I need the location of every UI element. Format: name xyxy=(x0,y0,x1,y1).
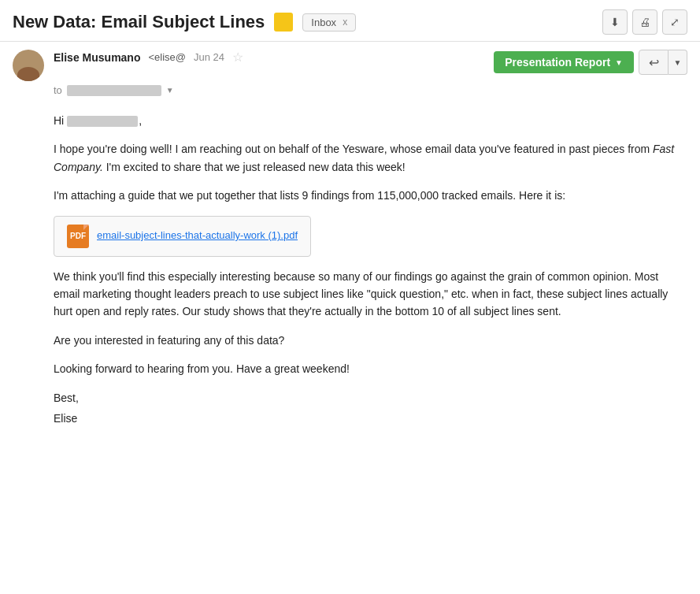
attachment-box[interactable]: PDF email-subject-lines-that-actually-wo… xyxy=(54,216,311,257)
paragraph-5: Looking forward to hearing from you. Hav… xyxy=(54,360,687,377)
paragraph-2-text: I'm attaching a guide that we put togeth… xyxy=(54,189,565,202)
header-actions: ⬇ 🖨 ⤢ xyxy=(602,9,687,35)
pdf-icon: PDF xyxy=(67,225,89,248)
sender-section: Elise Musumano <elise@ Jun 24 ☆ Presenta… xyxy=(0,42,700,96)
folder-icon xyxy=(274,13,293,32)
paragraph-1: I hope you're doing well! I am reaching … xyxy=(54,140,687,176)
sender-name: Elise Musumano xyxy=(54,51,140,64)
paragraph-5-text: Looking forward to hearing from you. Hav… xyxy=(54,362,350,375)
recipient-redacted xyxy=(67,116,138,127)
paragraph-3: We think you'll find this especially int… xyxy=(54,268,687,321)
expand-icon: ⤢ xyxy=(670,16,680,28)
sender-email: <elise@ xyxy=(148,51,186,63)
sender-name-line: Elise Musumano <elise@ Jun 24 ☆ xyxy=(54,50,484,65)
avatar-body xyxy=(17,67,39,81)
to-label: to xyxy=(54,84,62,96)
to-row: to ▼ xyxy=(54,84,687,96)
paragraph-3-text: We think you'll find this especially int… xyxy=(54,270,668,318)
sender-info: Elise Musumano <elise@ Jun 24 ☆ xyxy=(54,50,484,65)
print-button[interactable]: 🖨 xyxy=(632,9,657,35)
email-action-buttons: Presentation Report ▼ ↩ ▼ xyxy=(494,50,687,75)
presentation-report-button[interactable]: Presentation Report ▼ xyxy=(494,51,634,73)
download-icon: ⬇ xyxy=(610,16,620,28)
presentation-report-label: Presentation Report xyxy=(505,56,610,69)
greeting-text: Hi xyxy=(54,114,64,127)
sender-date: Jun 24 xyxy=(194,51,224,63)
inbox-close-icon[interactable]: x xyxy=(343,17,347,28)
dropdown-arrow-icon: ▼ xyxy=(615,58,623,67)
paragraph-4-text: Are you interested in featuring any of t… xyxy=(54,334,284,347)
inbox-badge[interactable]: Inbox x xyxy=(302,13,356,32)
print-icon: 🖨 xyxy=(639,16,650,28)
paragraph-2: I'm attaching a guide that we put togeth… xyxy=(54,187,687,204)
inbox-label: Inbox xyxy=(311,17,336,28)
reply-dropdown-button[interactable]: ▼ xyxy=(669,50,687,75)
attachment-filename[interactable]: email-subject-lines-that-actually-work (… xyxy=(97,228,298,244)
sign-off: Best, xyxy=(54,389,687,407)
pdf-icon-label: PDF xyxy=(70,230,86,243)
to-dropdown-icon[interactable]: ▼ xyxy=(166,86,174,95)
download-button[interactable]: ⬇ xyxy=(602,9,628,35)
email-body: Hi , I hope you're doing well! I am reac… xyxy=(0,96,700,446)
reply-button[interactable]: ↩ xyxy=(639,50,669,75)
email-subject-title: New Data: Email Subject Lines xyxy=(13,12,265,32)
star-icon[interactable]: ☆ xyxy=(232,50,243,65)
sign-name: Elise xyxy=(54,410,687,427)
italic-company: Fast Company. xyxy=(54,143,674,173)
sender-row: Elise Musumano <elise@ Jun 24 ☆ Presenta… xyxy=(13,50,687,81)
avatar xyxy=(13,50,44,81)
expand-button[interactable]: ⤢ xyxy=(662,9,687,35)
greeting-line: Hi , xyxy=(54,112,687,129)
reply-button-group: ↩ ▼ xyxy=(639,50,687,75)
greeting-comma: , xyxy=(139,114,142,127)
email-header-bar: New Data: Email Subject Lines Inbox x ⬇ … xyxy=(0,0,700,42)
reply-dropdown-arrow-icon: ▼ xyxy=(674,58,682,67)
reply-icon: ↩ xyxy=(649,55,659,70)
to-redacted-address xyxy=(67,85,161,96)
paragraph-4: Are you interested in featuring any of t… xyxy=(54,332,687,349)
